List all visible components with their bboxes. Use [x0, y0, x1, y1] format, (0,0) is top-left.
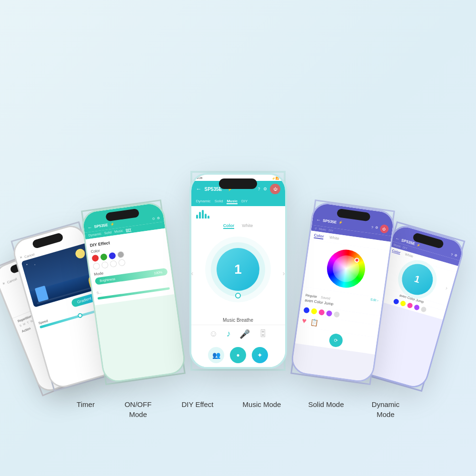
music-phone-wrapper: 9:28 ⚡ 📶 ← SP535E ⚡ ? ⚙ ⏻	[190, 171, 286, 371]
phones-container: ✕Cancel 0829 09 30 1031 AM All PM	[0, 66, 476, 390]
timer-label: Timer	[62, 399, 109, 419]
music-note-icon[interactable]: ♪	[227, 329, 231, 339]
regular-tab[interactable]: Regular	[305, 293, 317, 298]
brightness-label: Brightness	[99, 277, 116, 283]
settings-icon[interactable]: 🎛	[258, 329, 267, 339]
save-icon[interactable]: 📋	[310, 318, 319, 327]
music-phone: 9:28 ⚡ 📶 ← SP535E ⚡ ? ⚙ ⏻	[189, 173, 287, 369]
labels-container: Timer ON/OFFMode DIY Effect Music Mode S…	[0, 399, 476, 419]
cancel-label2: Cancel	[24, 252, 35, 258]
music-label: Music Mode	[228, 399, 295, 419]
sparkle-button[interactable]: ✦	[252, 347, 268, 363]
smiley-icon[interactable]: ☺	[209, 329, 218, 339]
dynamic-next[interactable]: ›	[445, 284, 449, 291]
circle-number: 1	[234, 262, 242, 277]
solid-color-tab[interactable]: Color	[314, 233, 324, 239]
record-button[interactable]: ●	[230, 347, 246, 363]
mode-name: Music Breathe	[191, 317, 285, 323]
next-arrow[interactable]: ›	[283, 269, 285, 277]
group-button[interactable]: 👥	[208, 347, 224, 363]
saved-tab[interactable]: Saved	[321, 296, 331, 300]
brightness-val: 100%	[154, 270, 163, 275]
dynamic-circle-num: 1	[413, 273, 421, 285]
music-screen: 9:28 ⚡ 📶 ← SP535E ⚡ ? ⚙ ⏻	[191, 175, 285, 367]
color-tab[interactable]: Color	[223, 223, 235, 229]
prev-arrow[interactable]: ‹	[191, 269, 194, 277]
mic-icon[interactable]: 🎤	[239, 329, 250, 339]
heart-icon[interactable]: ♥	[301, 317, 307, 326]
diy-device-name: SP535E	[94, 223, 108, 229]
white-tab[interactable]: White	[242, 223, 253, 229]
diy-label: DIY Effect	[167, 399, 228, 419]
phone-notch	[219, 178, 257, 189]
solid-device-name: SP535E	[323, 218, 337, 224]
solid-label: Solid Mode	[295, 399, 357, 419]
dynamic-label: DynamicMode	[357, 399, 414, 419]
solid-white-tab[interactable]: White	[329, 235, 339, 242]
music-tab-active[interactable]: Music	[227, 199, 238, 204]
onoff-label: ON/OFFMode	[109, 399, 167, 419]
status-time: 9:28	[197, 177, 203, 180]
